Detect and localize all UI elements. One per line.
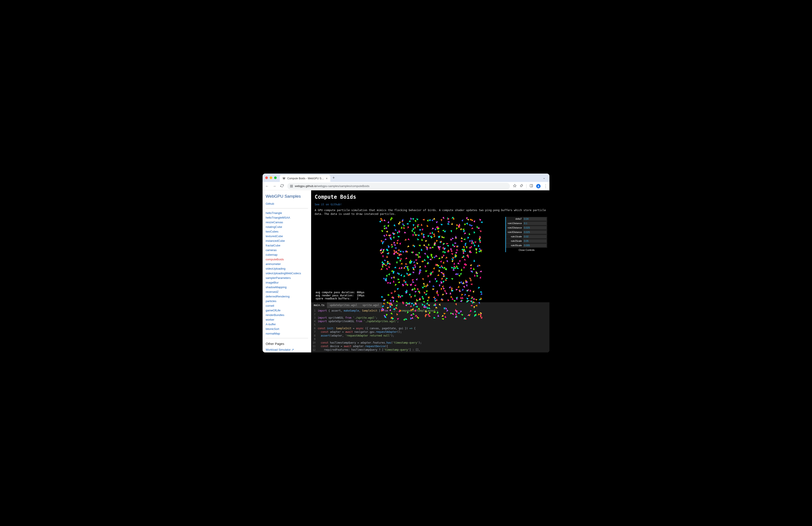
extensions-icon[interactable]: [520, 184, 523, 188]
gui-value-input[interactable]: 0.025: [523, 230, 547, 234]
boid-particle: [444, 315, 447, 318]
boid-particle: [475, 247, 478, 250]
boid-particle: [431, 231, 433, 234]
sidebar-item-reversedZ[interactable]: reversedZ: [266, 289, 308, 294]
sidebar-item-renderBundles[interactable]: renderBundles: [266, 313, 308, 317]
site-info-icon[interactable]: [290, 185, 293, 188]
sidebar-item-helloTriangleMSAA[interactable]: helloTriangleMSAA: [266, 215, 308, 220]
code-tab-updateSprites-wgsl[interactable]: updateSprites.wgsl: [327, 302, 360, 308]
new-tab-button[interactable]: +: [333, 175, 335, 180]
profile-button[interactable]: [536, 184, 541, 188]
sidebar-item-imageBlur[interactable]: imageBlur: [266, 280, 308, 285]
boid-particle: [422, 219, 424, 221]
boid-particle: [407, 245, 409, 248]
github-link[interactable]: See it on Github!: [315, 203, 342, 206]
sidebar-item-cameras[interactable]: cameras: [266, 248, 308, 252]
boid-particle: [480, 291, 483, 293]
sidebar-item-samplerParameters[interactable]: samplerParameters: [266, 275, 308, 280]
address-bar[interactable]: webgpu.github.io/webgpu-samples/samples/…: [287, 183, 510, 189]
boid-particle: [386, 255, 388, 258]
gui-row-rule1Distance: rule1Distance0.1: [506, 221, 547, 226]
boid-particle: [447, 221, 449, 223]
sidebar-item-instancedCube[interactable]: instancedCube: [266, 239, 308, 243]
boid-particle: [441, 318, 444, 320]
gui-value-input[interactable]: 0.04: [523, 217, 547, 221]
svg-rect-2: [290, 186, 291, 187]
gui-value-input[interactable]: 0.02: [523, 235, 547, 238]
profile-icon: [537, 185, 540, 187]
boid-particle: [404, 239, 407, 241]
maximize-window-button[interactable]: [274, 176, 277, 179]
gui-close-button[interactable]: Close Controls: [506, 248, 547, 252]
minimize-window-button[interactable]: [270, 176, 272, 179]
gui-value-input[interactable]: 0.025: [523, 226, 547, 229]
boid-particle: [429, 280, 431, 282]
boid-particle: [457, 267, 460, 270]
boid-particle: [389, 309, 391, 311]
reload-button[interactable]: [280, 184, 284, 188]
tabs-dropdown-icon[interactable]: ⌄: [543, 176, 546, 180]
close-window-button[interactable]: [265, 176, 268, 179]
sidebar-item-fractalCube[interactable]: fractalCube: [266, 243, 308, 248]
sidebar-item-particles[interactable]: particles: [266, 299, 308, 303]
sidebar-item-shadowMapping[interactable]: shadowMapping: [266, 285, 308, 289]
boid-particle: [427, 299, 430, 302]
boid-particle: [469, 267, 472, 270]
bookmark-icon[interactable]: [513, 184, 517, 188]
boid-particle: [435, 299, 437, 301]
boid-particle: [434, 304, 436, 307]
gui-value-input[interactable]: 0.1: [523, 222, 547, 225]
boid-particle: [410, 314, 412, 316]
sidebar-item-deferredRendering[interactable]: deferredRendering: [266, 294, 308, 299]
tab-close-icon[interactable]: ×: [326, 177, 328, 180]
boid-particle: [408, 238, 410, 241]
boid-particle: [456, 265, 458, 268]
sidebar-item-helloTriangle[interactable]: helloTriangle: [266, 211, 308, 215]
boid-particle: [390, 292, 392, 294]
boid-particle: [387, 307, 389, 309]
gui-value-input[interactable]: 0.005: [523, 244, 547, 247]
sidebar-item-twoCubes[interactable]: twoCubes: [266, 229, 308, 234]
code-tab-main-ts[interactable]: main.ts: [311, 302, 327, 308]
menu-button[interactable]: ⋮: [544, 184, 547, 188]
gui-value-input[interactable]: 0.05: [523, 239, 547, 243]
sidebar-item-rotatingCube[interactable]: rotatingCube: [266, 225, 308, 229]
sidebar-item-resizeCanvas[interactable]: resizeCanvas: [266, 220, 308, 225]
boid-particle: [421, 232, 423, 234]
sidebar-item-videoUploadingWebCodecs[interactable]: videoUploadingWebCodecs: [266, 271, 308, 275]
boid-particle: [469, 310, 472, 313]
sidebar-item-animometer[interactable]: animometer: [266, 262, 308, 266]
boid-particle: [459, 260, 461, 263]
boid-particle: [480, 221, 483, 223]
svg-marker-4: [513, 184, 516, 187]
sidebar-item-gameOfLife[interactable]: gameOfLife: [266, 308, 308, 313]
side-panel-icon[interactable]: [530, 184, 533, 188]
sidebar-item-texturedCube[interactable]: texturedCube: [266, 234, 308, 239]
sidebar-item-computeBoids[interactable]: computeBoids: [266, 257, 308, 262]
boid-particle: [383, 219, 386, 222]
boid-particle: [427, 234, 430, 237]
canvas-area: avg compute pass duration: 886µs avg ren…: [311, 216, 549, 302]
boid-particle: [426, 283, 429, 286]
boid-particle: [381, 296, 384, 298]
back-button[interactable]: ←: [265, 184, 269, 188]
code-line: 9: [311, 338, 549, 341]
sidebar-github-link[interactable]: Github: [266, 201, 308, 206]
code-tab-sprite-wgsl[interactable]: sprite.wgsl: [360, 302, 382, 308]
boid-particle: [475, 298, 478, 301]
sidebar-item-cubemap[interactable]: cubemap: [266, 252, 308, 257]
boid-particle: [458, 274, 461, 277]
forward-button[interactable]: →: [272, 184, 277, 188]
boid-particle: [412, 261, 415, 264]
boid-particle: [413, 264, 416, 266]
sidebar-item-worker[interactable]: worker: [266, 317, 308, 322]
sidebar-item-videoUploading[interactable]: videoUploading: [266, 266, 308, 271]
sidebar-item-cornell[interactable]: cornell: [266, 303, 308, 308]
sidebar-item-bitonicSort[interactable]: bitonicSort: [266, 327, 308, 331]
browser-tab[interactable]: W Compute Boids - WebGPU S… ×: [280, 175, 330, 182]
sidebar-item-A-buffer[interactable]: A-buffer: [266, 322, 308, 327]
sidebar-item-normalMap[interactable]: normalMap: [266, 331, 308, 336]
boid-particle: [386, 274, 388, 277]
code-text: assert(adapter, 'requestAdapter returned…: [318, 334, 394, 338]
sidebar-other-link[interactable]: Workload Simulator ↗: [266, 347, 308, 352]
